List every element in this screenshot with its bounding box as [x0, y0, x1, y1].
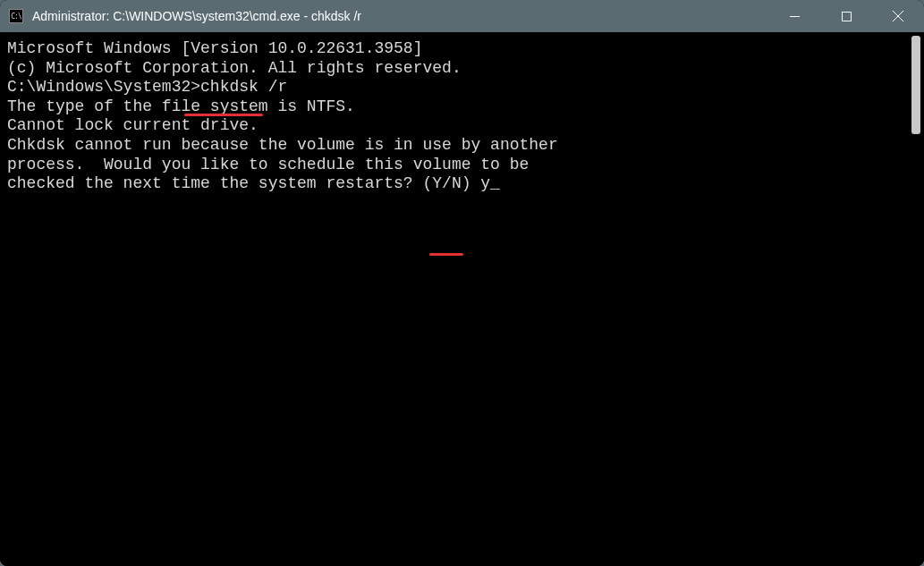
output-question: checked the next time the system restart… — [7, 174, 480, 192]
prompt-line: C:\Windows\System32>chkdsk /r — [7, 78, 908, 97]
minimize-button[interactable] — [768, 0, 820, 32]
window-controls — [768, 0, 924, 32]
svg-rect-1 — [842, 12, 851, 21]
scroll-thumb[interactable] — [911, 36, 920, 134]
close-icon — [893, 11, 903, 21]
terminal-output: Microsoft Windows [Version 10.0.22631.39… — [0, 32, 908, 566]
cmd-icon: C:\ — [9, 9, 23, 23]
output-line: Cannot lock current drive. — [7, 116, 908, 136]
window-title: Administrator: C:\WINDOWS\system32\cmd.e… — [32, 9, 768, 23]
cmd-window: C:\ Administrator: C:\WINDOWS\system32\c… — [0, 0, 924, 566]
terminal-area[interactable]: Microsoft Windows [Version 10.0.22631.39… — [0, 32, 924, 566]
annotation-underline — [184, 114, 263, 116]
prompt-line: checked the next time the system restart… — [7, 174, 908, 194]
minimize-icon — [790, 12, 800, 21]
text-cursor: _ — [490, 174, 500, 194]
prompt-path: C:\Windows\System32> — [7, 78, 200, 96]
entered-command: chkdsk /r — [200, 78, 287, 96]
output-line: (c) Microsoft Corporation. All rights re… — [7, 59, 908, 79]
user-answer: y — [480, 174, 490, 192]
output-line: Chkdsk cannot run because the volume is … — [7, 136, 908, 156]
titlebar[interactable]: C:\ Administrator: C:\WINDOWS\system32\c… — [0, 0, 924, 32]
annotation-underline — [429, 253, 463, 256]
output-line: process. Would you like to schedule this… — [7, 156, 908, 175]
maximize-button[interactable] — [820, 0, 872, 32]
close-button[interactable] — [872, 0, 924, 32]
maximize-icon — [842, 12, 852, 21]
output-line: The type of the file system is NTFS. — [7, 97, 908, 117]
vertical-scrollbar[interactable] — [908, 32, 924, 566]
output-line: Microsoft Windows [Version 10.0.22631.39… — [7, 39, 908, 59]
